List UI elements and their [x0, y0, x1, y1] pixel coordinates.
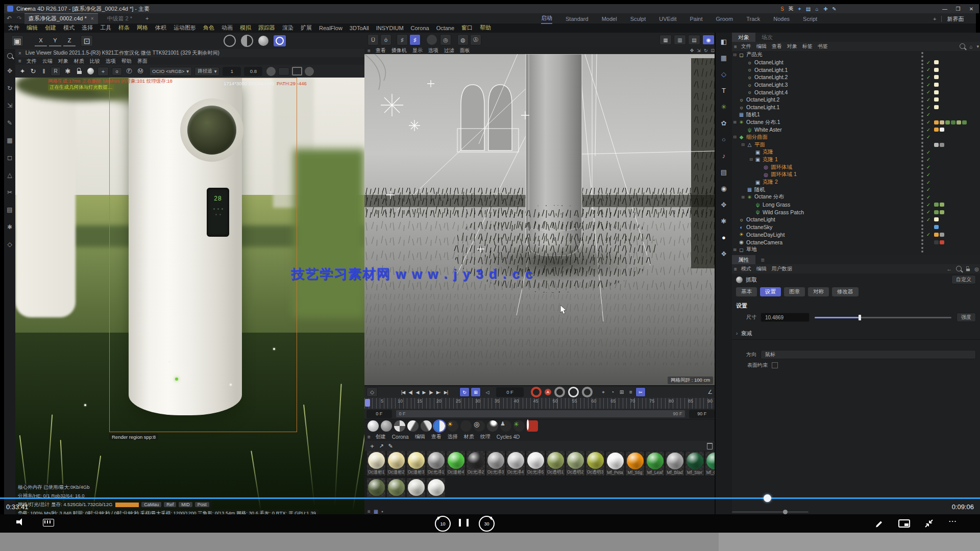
pip-icon[interactable]	[898, 519, 911, 528]
enabled-check-icon[interactable]: ✓	[924, 127, 933, 133]
menu-item[interactable]: 帮助	[480, 24, 491, 32]
object-tag-chips[interactable]	[933, 60, 977, 64]
grid-view-icon[interactable]: ▦	[374, 509, 378, 514]
exit-fullscreen-icon[interactable]	[924, 518, 934, 529]
object-tag-chips[interactable]	[933, 128, 977, 132]
enabled-check-icon[interactable]: ✓	[924, 157, 933, 162]
visibility-dots[interactable]	[921, 157, 924, 162]
object-name[interactable]: 克隆	[763, 148, 773, 156]
material-ball-icon[interactable]	[85, 68, 96, 74]
object-tag-chips[interactable]	[933, 217, 977, 221]
simulate-icon-1[interactable]	[224, 35, 236, 47]
viewport-sphere-icon-3[interactable]: ◍	[457, 34, 469, 45]
material-pick-icon[interactable]: Ⓜ	[135, 67, 146, 75]
object-tag-chips[interactable]	[933, 90, 977, 94]
gamma-field[interactable]: 0.8	[244, 67, 262, 76]
right-tool-icon[interactable]: ●	[716, 230, 731, 245]
material-swatch[interactable]: Mf_Blad	[665, 451, 684, 475]
enabled-check-icon[interactable]: ✓	[924, 112, 933, 117]
object-name[interactable]: 圆环体域	[771, 164, 792, 171]
filmstrip-icon[interactable]	[278, 67, 289, 76]
shelf-arealight-icon[interactable]	[460, 420, 472, 432]
menu-item[interactable]: 工具	[100, 24, 111, 32]
star-icon[interactable]: ✦	[17, 67, 28, 75]
material-swatch[interactable]: Mf_Ster	[685, 451, 704, 475]
enabled-check-icon[interactable]: ✓	[924, 232, 933, 237]
tab-attributes[interactable]: 属性	[732, 255, 755, 264]
right-tool-icon[interactable]: ▤	[716, 164, 731, 180]
workspace-tab[interactable]: 启动	[541, 14, 552, 24]
workspace-tab[interactable]: Groom	[716, 16, 733, 22]
video-back-arrow-icon[interactable]: ←	[22, 2, 32, 13]
tool-icon[interactable]: ◇	[4, 236, 15, 253]
stat-pass-button[interactable]: Post	[195, 502, 209, 507]
object-menu-item[interactable]: 查看	[772, 43, 782, 50]
visibility-dots[interactable]	[921, 202, 924, 208]
enabled-check-icon[interactable]: ✓	[924, 82, 933, 88]
hamburger-icon[interactable]: ≡	[734, 266, 737, 272]
hamburger-icon[interactable]: ≡	[368, 434, 371, 440]
transport-button[interactable]: ▶◦	[436, 390, 440, 395]
shelf-sun-icon[interactable]: ☀	[447, 420, 458, 432]
tree-caret-icon[interactable]: ⊟	[748, 157, 754, 162]
object-name[interactable]: 克隆 2	[763, 179, 778, 186]
axis-lock-button[interactable]: Y	[49, 35, 61, 46]
object-name[interactable]: 圆环体域 1	[771, 171, 797, 178]
visibility-dots[interactable]	[921, 187, 924, 192]
enabled-check-icon[interactable]: ✓	[924, 97, 933, 103]
object-name[interactable]: OctaneSky	[746, 224, 772, 230]
keyframe-selection-icon[interactable]	[554, 387, 565, 397]
range-start-field[interactable]: 0 F	[366, 410, 392, 418]
assign-material-icon[interactable]: ↗	[377, 443, 386, 449]
visibility-dots[interactable]	[921, 164, 924, 170]
menu-item[interactable]: 渲染	[282, 24, 293, 32]
new-layout-button[interactable]: 新界面	[947, 15, 964, 23]
material-menu-item[interactable]: Corona	[392, 434, 409, 440]
enabled-check-icon[interactable]: ✓	[924, 217, 933, 222]
visibility-dots[interactable]	[921, 209, 924, 215]
object-tag-chips[interactable]	[933, 247, 977, 252]
enabled-check-icon[interactable]: ✓	[924, 119, 933, 125]
object-tag-chips[interactable]	[933, 158, 977, 162]
shelf-ring-icon[interactable]: ◎	[474, 420, 485, 432]
object-name[interactable]: OctaneLight	[746, 216, 775, 222]
menu-item[interactable]: 文件	[8, 24, 19, 32]
shelf-gray-ball-icon[interactable]	[381, 420, 392, 432]
tool-icon[interactable]: ✎	[4, 114, 15, 132]
size-field[interactable]: 10.4869	[761, 313, 810, 322]
object-menu-item[interactable]: 对象	[787, 43, 797, 50]
search-icon[interactable]	[960, 42, 965, 51]
surface-checkbox[interactable]	[772, 362, 778, 368]
key-scale-icon[interactable]	[582, 387, 593, 397]
region-render-icon[interactable]: R	[51, 67, 61, 76]
object-tag-chips[interactable]	[933, 135, 977, 139]
magnet-snap-icon[interactable]: ✂	[635, 387, 646, 397]
tray-icon[interactable]: ✦	[795, 6, 804, 12]
material-swatch[interactable]	[386, 478, 406, 497]
material-swatch[interactable]: Oc光泽1	[426, 451, 446, 475]
zoom-icon[interactable]: ⇲	[697, 48, 701, 53]
visibility-dots[interactable]	[921, 89, 924, 95]
tool-icon[interactable]: ▦	[4, 132, 15, 149]
object-tree-row[interactable]: ☼ OctaneLight.3 ✓	[732, 81, 980, 89]
visibility-dots[interactable]	[921, 105, 924, 110]
viewport-menu-item[interactable]: 面板	[460, 47, 470, 54]
object-name[interactable]: Octane 分布.1	[746, 119, 780, 126]
viewport-menu-item[interactable]: 查看	[376, 47, 386, 54]
object-name[interactable]: OctaneLight.1	[746, 104, 779, 110]
tool-icon[interactable]: ⇲	[4, 97, 15, 114]
falloff-section[interactable]: 衰减	[741, 330, 752, 337]
transport-button[interactable]: |◀	[401, 390, 405, 395]
object-tag-chips[interactable]	[933, 195, 977, 199]
enabled-check-icon[interactable]: ✓	[924, 74, 933, 80]
tab-close-icon[interactable]: ×	[91, 16, 94, 21]
tab-document-2[interactable]: 中级篇 2 *	[107, 15, 133, 22]
filter-icon[interactable]: ▾	[976, 44, 979, 49]
render-region-box[interactable]	[109, 78, 297, 432]
tool-icon[interactable]: △	[4, 166, 15, 184]
small-region-icon[interactable]: o	[112, 67, 122, 76]
material-menu-item[interactable]: 材质	[464, 433, 474, 440]
render-picture-icon[interactable]: ▥	[674, 35, 686, 45]
attribute-tab[interactable]: 对称	[808, 287, 829, 296]
tab-document-active[interactable]: 森系净化器_0002.c4d * ×	[24, 13, 98, 24]
